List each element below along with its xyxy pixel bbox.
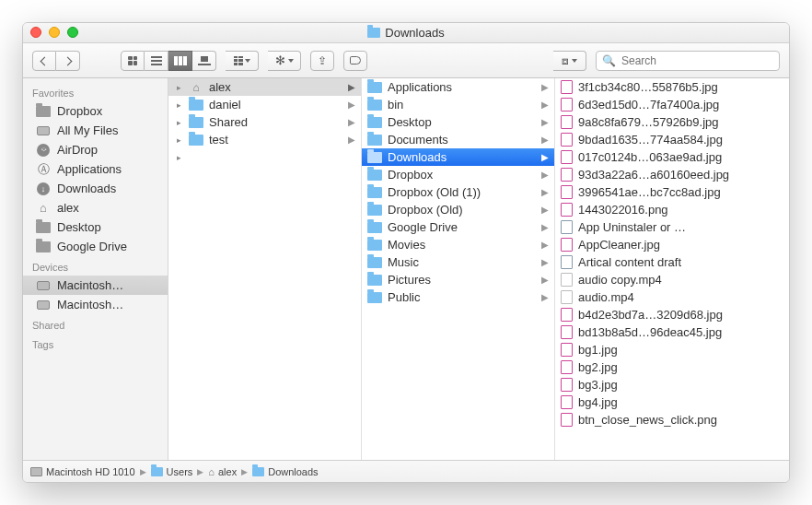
- file-icon: [561, 150, 573, 164]
- column-row[interactable]: btn_close_news_click.png: [555, 411, 789, 429]
- column-row[interactable]: 9a8c8fa679…57926b9.jpg: [555, 113, 789, 131]
- column-row[interactable]: 017c0124b…063ae9ad.jpg: [555, 148, 789, 166]
- column-row[interactable]: Documents▶: [362, 131, 554, 148]
- dropbox-button[interactable]: ⧈: [553, 51, 586, 71]
- column-2[interactable]: Applications▶bin▶Desktop▶Documents▶Downl…: [362, 78, 555, 460]
- minimize-button[interactable]: [49, 27, 60, 38]
- expand-arrow-icon[interactable]: ▸: [174, 100, 183, 110]
- expand-arrow-icon[interactable]: ▸: [174, 118, 183, 127]
- column-row[interactable]: Dropbox▶: [362, 166, 554, 183]
- arrange-button[interactable]: [226, 51, 259, 71]
- column-row[interactable]: Pictures▶: [362, 271, 554, 288]
- file-icon: [561, 255, 573, 269]
- path-segment[interactable]: ⌂alex: [208, 466, 237, 477]
- sidebar-item[interactable]: Google Drive: [23, 237, 168, 256]
- path-segment[interactable]: Macintosh HD 1010: [30, 466, 135, 477]
- path-segment[interactable]: Downloads: [252, 466, 318, 477]
- folder-icon: [367, 100, 382, 111]
- column-row[interactable]: 6d3ed15d0…7fa7400a.jpg: [555, 96, 789, 113]
- column-row[interactable]: 9bdad1635…774aa584.jpg: [555, 131, 789, 148]
- column-row[interactable]: bg1.jpg: [555, 341, 789, 358]
- column-row[interactable]: 3996541ae…bc7cc8ad.jpg: [555, 183, 789, 201]
- row-label: alex: [209, 80, 357, 94]
- column-row[interactable]: Artical content draft: [555, 253, 789, 271]
- view-list-button[interactable]: [145, 51, 168, 71]
- home-icon: ⌂: [208, 466, 215, 477]
- column-row[interactable]: bin▶: [362, 96, 554, 113]
- sidebar-item[interactable]: All My Files: [23, 121, 168, 140]
- sidebar-item[interactable]: Dropbox: [23, 101, 168, 121]
- column-row[interactable]: 93d3a22a6…a60160eed.jpg: [555, 166, 789, 183]
- column-row[interactable]: Movies▶: [362, 236, 554, 253]
- zoom-button[interactable]: [67, 27, 78, 38]
- expand-arrow-icon[interactable]: ▸: [174, 135, 183, 145]
- column-row[interactable]: bg4.jpg: [555, 393, 789, 411]
- path-segment[interactable]: Users: [151, 466, 193, 477]
- column-1[interactable]: ▸⌂alex▶▸daniel▶▸Shared▶▸test▶▸: [168, 78, 362, 460]
- column-row[interactable]: AppCleaner.jpg: [555, 236, 789, 253]
- sidebar-item[interactable]: ⌔AirDrop: [23, 140, 168, 159]
- action-button[interactable]: ✻: [268, 51, 301, 71]
- column-row[interactable]: bg2.jpg: [555, 358, 789, 376]
- column-row[interactable]: bd13b8a5d…96deac45.jpg: [555, 323, 789, 341]
- column-row[interactable]: ▸test▶: [168, 131, 361, 148]
- column-row[interactable]: 3f1cb34c80…55876b5.jpg: [555, 78, 789, 96]
- sidebar-item[interactable]: ⌂alex: [23, 198, 168, 217]
- column-row[interactable]: App Uninstaler or …: [555, 218, 789, 236]
- column-row[interactable]: Music▶: [362, 253, 554, 271]
- expand-arrow-icon[interactable]: ▸: [174, 153, 183, 162]
- column-row[interactable]: ▸Shared▶: [168, 113, 361, 131]
- row-label: test: [209, 133, 357, 147]
- tag-button[interactable]: [343, 51, 367, 71]
- row-label: Google Drive: [388, 220, 551, 234]
- column-row[interactable]: audio copy.mp4: [555, 271, 789, 288]
- column-row[interactable]: Desktop▶: [362, 113, 554, 131]
- search-icon: 🔍: [602, 54, 616, 67]
- sidebar-item[interactable]: Macintosh…: [23, 295, 168, 314]
- row-label: 9a8c8fa679…57926b9.jpg: [578, 115, 785, 129]
- path-segment-label: Macintosh HD 1010: [46, 466, 135, 477]
- column-row[interactable]: Applications▶: [362, 78, 554, 96]
- row-label: Pictures: [388, 273, 551, 287]
- column-row[interactable]: Dropbox (Old)▶: [362, 201, 554, 218]
- column-row[interactable]: ▸⌂alex▶: [168, 78, 361, 96]
- column-row[interactable]: 1443022016.png: [555, 201, 789, 218]
- folder-icon: [367, 257, 382, 268]
- row-label: bg2.jpg: [578, 360, 785, 374]
- column-row[interactable]: ▸daniel▶: [168, 96, 361, 113]
- column-3[interactable]: 3f1cb34c80…55876b5.jpg6d3ed15d0…7fa7400a…: [555, 78, 789, 460]
- column-row[interactable]: Dropbox (Old (1))▶: [362, 183, 554, 201]
- view-coverflow-button[interactable]: [192, 51, 216, 71]
- expand-arrow-icon[interactable]: ▸: [174, 83, 183, 92]
- sidebar-item[interactable]: ⒶApplications: [23, 159, 168, 179]
- sidebar-section-head: Tags: [23, 334, 168, 353]
- sidebar-item[interactable]: Desktop: [23, 217, 168, 237]
- search-field[interactable]: 🔍: [596, 51, 780, 71]
- chevron-right-icon: ▶: [348, 100, 355, 110]
- share-icon: ⇪: [318, 54, 327, 67]
- share-button[interactable]: ⇪: [310, 51, 334, 71]
- forward-button[interactable]: [56, 51, 80, 71]
- path-separator-icon: ▶: [241, 467, 248, 476]
- chevron-right-icon: ▶: [541, 292, 549, 302]
- column-row[interactable]: bg3.jpg: [555, 376, 789, 393]
- back-button[interactable]: [32, 51, 56, 71]
- list-icon: [151, 56, 162, 65]
- search-input[interactable]: [621, 54, 773, 67]
- view-icon-button[interactable]: [121, 51, 145, 71]
- column-row[interactable]: audio.mp4: [555, 288, 789, 306]
- column-row[interactable]: b4d2e3bd7a…3209d68.jpg: [555, 306, 789, 323]
- sidebar-item[interactable]: Macintosh…: [23, 276, 168, 295]
- sidebar-item[interactable]: ↓Downloads: [23, 179, 168, 198]
- column-row[interactable]: Public▶: [362, 288, 554, 306]
- close-button[interactable]: [30, 27, 41, 38]
- column-row[interactable]: Google Drive▶: [362, 218, 554, 236]
- applications-icon: Ⓐ: [38, 161, 50, 178]
- nav-group: [32, 51, 80, 71]
- finder-window: Downloads ✻ ⇪ ⧈ 🔍: [22, 22, 790, 483]
- file-icon: [561, 273, 573, 287]
- view-column-button[interactable]: [168, 51, 192, 71]
- chevron-right-icon: ▶: [541, 152, 549, 162]
- column-row[interactable]: Downloads▶: [362, 148, 554, 166]
- path-segment-label: Users: [167, 466, 193, 477]
